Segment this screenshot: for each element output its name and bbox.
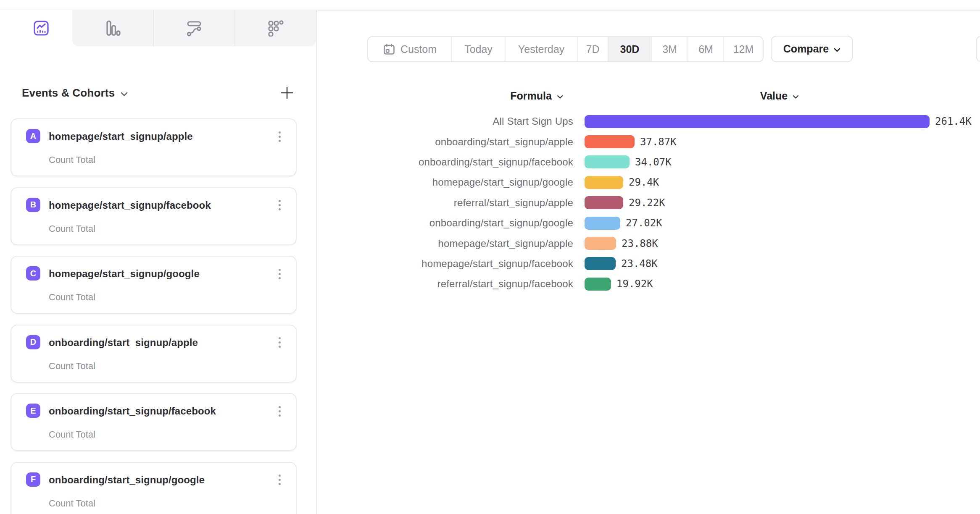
event-metric[interactable]: Count Total — [49, 429, 95, 440]
flows-icon — [186, 20, 203, 37]
event-letter-badge: F — [26, 472, 40, 487]
kebab-menu-icon[interactable] — [272, 128, 287, 144]
event-card[interactable]: E onboarding/start_signup/facebook Count… — [11, 393, 297, 451]
line-chart-icon — [33, 20, 49, 36]
date-range-segment-6m[interactable]: 6M — [688, 37, 723, 61]
date-range-segment-today[interactable]: Today — [451, 37, 505, 61]
event-letter-badge: C — [26, 266, 40, 281]
bar-label: homepage/start_signup/facebook — [391, 258, 573, 270]
events-cohorts-header[interactable]: Events & Cohorts — [22, 82, 295, 103]
chart-row: onboarding/start_signup/apple 37.87K — [391, 131, 972, 152]
event-card[interactable]: B homepage/start_signup/facebook Count T… — [11, 187, 297, 245]
date-range-segment-30d[interactable]: 30D — [608, 37, 651, 61]
bar-label: homepage/start_signup/google — [391, 176, 573, 188]
event-metric[interactable]: Count Total — [49, 498, 95, 509]
inactive-tabs-block — [72, 10, 316, 46]
event-name: onboarding/start_signup/apple — [49, 337, 198, 349]
bar-label: referral/start_signup/facebook — [391, 278, 573, 290]
calendar-icon — [383, 43, 395, 55]
event-card[interactable]: A homepage/start_signup/apple Count Tota… — [11, 118, 297, 176]
bar-value: 29.4K — [629, 176, 659, 188]
date-range-segment-yesterday[interactable]: Yesterday — [505, 37, 577, 61]
tab-bar-chart[interactable] — [72, 10, 153, 46]
bar[interactable] — [585, 176, 623, 189]
event-letter-badge: D — [26, 335, 40, 349]
chart-row: referral/start_signup/facebook 19.92K — [391, 274, 972, 294]
bar-label: onboarding/start_signup/google — [391, 217, 573, 229]
bar[interactable] — [585, 135, 635, 148]
bar[interactable] — [585, 278, 611, 291]
kebab-menu-icon[interactable] — [272, 403, 287, 419]
bar-value: 261.4K — [935, 115, 972, 127]
bar[interactable] — [585, 257, 616, 270]
event-metric[interactable]: Count Total — [49, 361, 95, 372]
bar-label: All Start Sign Ups — [391, 115, 573, 127]
bar[interactable] — [585, 237, 616, 250]
bar-value: 29.22K — [629, 197, 665, 209]
events-cohorts-title: Events & Cohorts — [22, 87, 115, 100]
value-header-label: Value — [760, 90, 788, 102]
retention-icon — [267, 20, 284, 37]
plus-icon — [280, 86, 294, 100]
chart-row: referral/start_signup/apple 29.22K — [391, 193, 972, 213]
date-range-segment-3m[interactable]: 3M — [651, 37, 688, 61]
query-sidebar: Events & Cohorts A homepage/start_signup… — [0, 10, 317, 514]
event-letter-badge: A — [26, 129, 40, 143]
kebab-menu-icon[interactable] — [272, 266, 287, 282]
date-range-segment-12m[interactable]: 12M — [723, 37, 763, 61]
tab-insights[interactable] — [10, 10, 72, 46]
compare-button[interactable]: Compare — [771, 36, 853, 62]
kebab-menu-icon[interactable] — [272, 335, 287, 351]
bar-label: referral/start_signup/apple — [391, 197, 573, 209]
bar[interactable] — [585, 196, 623, 209]
chart-row: onboarding/start_signup/facebook 34.07K — [391, 152, 972, 172]
chart-type-tabstrip — [0, 10, 317, 46]
bar-value: 19.92K — [616, 278, 653, 290]
bar[interactable] — [585, 155, 630, 168]
kebab-menu-icon[interactable] — [272, 472, 287, 488]
chevron-down-icon — [121, 92, 128, 97]
bar[interactable] — [585, 217, 620, 230]
event-metric[interactable]: Count Total — [49, 223, 95, 234]
value-column-header[interactable]: Value — [760, 90, 799, 102]
event-name: onboarding/start_signup/google — [49, 474, 205, 486]
event-name: onboarding/start_signup/facebook — [49, 405, 216, 417]
chevron-down-icon — [793, 95, 799, 99]
event-metric[interactable]: Count Total — [49, 155, 95, 165]
chart-row: homepage/start_signup/apple 23.88K — [391, 233, 972, 253]
event-name: homepage/start_signup/apple — [49, 131, 193, 142]
event-card-list: A homepage/start_signup/apple Count Tota… — [11, 118, 297, 514]
add-event-button[interactable] — [279, 84, 295, 101]
chart-row: homepage/start_signup/facebook 23.48K — [391, 254, 972, 274]
formula-header-label: Formula — [510, 90, 552, 102]
bar-label: onboarding/start_signup/apple — [391, 136, 573, 148]
chart-row: homepage/start_signup/google 29.4K — [391, 172, 972, 192]
event-card[interactable]: D onboarding/start_signup/apple Count To… — [11, 325, 297, 383]
bar[interactable] — [585, 115, 930, 128]
compare-label: Compare — [783, 43, 829, 55]
formula-column-header[interactable]: Formula — [510, 90, 563, 102]
bar-value: 34.07K — [635, 156, 672, 168]
chevron-down-icon — [557, 95, 563, 99]
date-range-segment-7d[interactable]: 7D — [577, 37, 608, 61]
horizontal-bar-chart: All Start Sign Ups 261.4K onboarding/sta… — [391, 111, 972, 294]
date-range-segment-custom[interactable]: Custom — [368, 37, 451, 61]
tab-retention[interactable] — [234, 10, 316, 46]
tab-flows[interactable] — [153, 10, 234, 46]
chevron-down-icon — [834, 48, 840, 52]
bar-label: onboarding/start_signup/facebook — [391, 156, 573, 168]
kebab-menu-icon[interactable] — [272, 197, 287, 213]
event-card[interactable]: F onboarding/start_signup/google Count T… — [11, 462, 297, 514]
event-card[interactable]: C homepage/start_signup/google Count Tot… — [11, 256, 297, 314]
event-name: homepage/start_signup/google — [49, 268, 200, 280]
chart-row: All Start Sign Ups 261.4K — [391, 111, 972, 131]
bar-chart-icon — [104, 20, 121, 37]
bar-value: 23.88K — [622, 238, 658, 249]
event-name: homepage/start_signup/facebook — [49, 199, 211, 211]
event-letter-badge: E — [26, 404, 40, 418]
cutoff-button[interactable] — [976, 36, 980, 62]
bar-value: 23.48K — [621, 258, 658, 270]
event-letter-badge: B — [26, 198, 40, 212]
bar-value: 27.02K — [626, 217, 662, 229]
event-metric[interactable]: Count Total — [49, 292, 95, 303]
